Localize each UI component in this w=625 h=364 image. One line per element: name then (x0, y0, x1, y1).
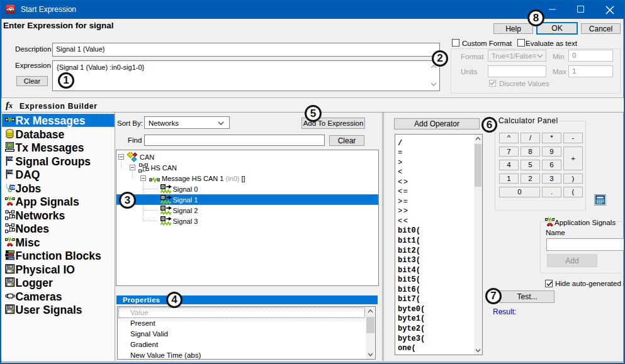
svg-text:CM: CM (11, 185, 15, 189)
